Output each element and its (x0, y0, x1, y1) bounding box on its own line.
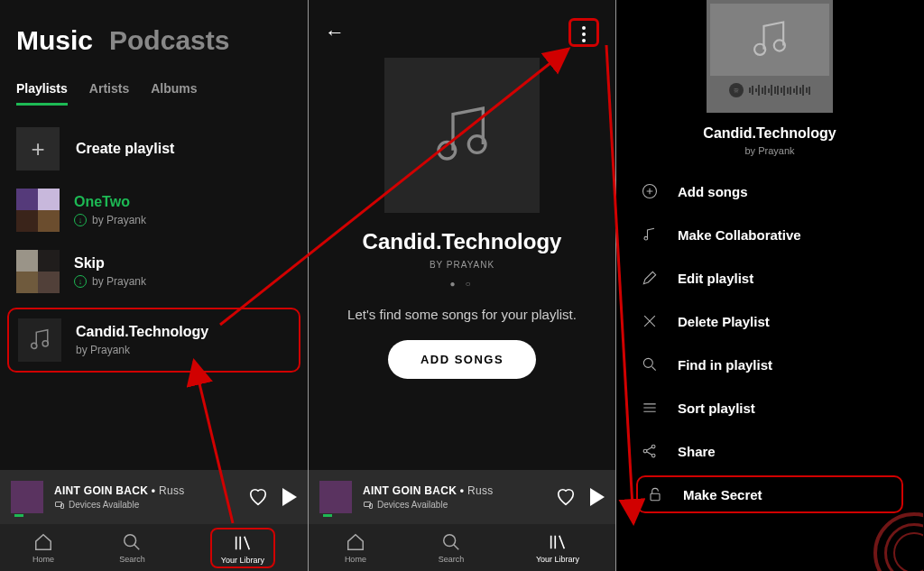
menu-sort-playlist[interactable]: Sort playlist (636, 389, 903, 427)
panel-library: Music Podcasts Playlists Artists Albums … (0, 0, 308, 571)
lock-icon (645, 484, 665, 504)
nav-search[interactable]: Search (439, 532, 465, 564)
playlist-row-candid[interactable]: Candid.Technology by Prayank (7, 308, 300, 373)
panel-playlist-detail: ← Candid.Technology BY PRAYANK ● ○ Let's… (308, 0, 615, 571)
library-icon (548, 532, 568, 552)
playlist-title: OneTwo (74, 194, 146, 210)
watermark-logo (873, 512, 923, 571)
nav-search[interactable]: Search (119, 532, 145, 564)
heart-icon[interactable] (556, 487, 576, 507)
nav-home[interactable]: Home (32, 532, 54, 564)
playlist-share-card (707, 0, 833, 113)
devices-icon (363, 500, 374, 511)
empty-playlist-message: Let's find some songs for your playlist. (345, 307, 579, 322)
now-playing-art (319, 481, 352, 513)
create-playlist-label: Create playlist (76, 141, 174, 157)
playlist-art (18, 318, 61, 362)
svg-point-18 (651, 454, 655, 457)
add-songs-button[interactable]: ADD SONGS (388, 340, 536, 379)
svg-point-15 (643, 358, 652, 367)
page-indicator: ● ○ (309, 279, 615, 289)
menu-find-in-playlist[interactable]: Find in playlist (636, 345, 903, 383)
playlist-art (16, 189, 60, 232)
svg-point-17 (651, 445, 655, 448)
playlist-title: Skip (74, 255, 146, 272)
devices-icon (54, 500, 65, 511)
playlist-row-onetwo[interactable]: OneTwo ↓by Prayank (0, 180, 308, 241)
playlist-menu-author: by Prayank (616, 145, 923, 156)
back-icon[interactable]: ← (325, 21, 345, 44)
home-icon (346, 532, 365, 552)
nav-home[interactable]: Home (345, 532, 366, 564)
music-note-icon (26, 327, 53, 354)
library-header: Music Podcasts (0, 0, 308, 65)
svg-rect-19 (651, 493, 660, 501)
playlist-menu-title: Candid.Technology (616, 125, 923, 142)
panel-playlist-options: Candid.Technology by Prayank Add songs M… (615, 0, 923, 571)
playlist-subtitle: ↓by Prayank (74, 214, 146, 226)
library-icon (233, 533, 253, 553)
heart-icon[interactable] (248, 487, 268, 507)
sort-icon (640, 398, 660, 418)
play-icon[interactable] (282, 488, 297, 506)
subtab-artists[interactable]: Artists (89, 81, 129, 106)
search-icon (441, 532, 461, 552)
menu-share[interactable]: Share (636, 432, 903, 470)
downloaded-icon: ↓ (74, 275, 87, 288)
create-playlist-row[interactable]: + Create playlist (0, 118, 308, 180)
play-icon[interactable] (590, 488, 605, 506)
playlist-subtitle: by Prayank (76, 344, 208, 356)
menu-add-songs[interactable]: Add songs (636, 172, 903, 210)
playlist-detail-title: Candid.Technology (309, 229, 615, 254)
spotify-logo-icon (729, 83, 744, 97)
collaborative-icon (640, 225, 660, 244)
playlist-detail-author: BY PRAYANK (309, 260, 615, 270)
plus-circle-icon (640, 181, 660, 201)
search-icon (122, 532, 142, 552)
search-icon (640, 355, 660, 374)
devices-available[interactable]: Devices Available (363, 500, 545, 511)
now-playing-title: AINT GOIN BACK • Russ (54, 484, 237, 497)
nav-library[interactable]: Your Library (210, 528, 275, 568)
now-playing-bar[interactable]: AINT GOIN BACK • Russ Devices Available (0, 470, 308, 524)
svg-point-14 (644, 236, 648, 240)
playlist-art (16, 250, 60, 293)
svg-point-16 (643, 449, 647, 453)
bottom-nav: Home Search Your Library (309, 524, 615, 571)
x-icon (640, 311, 660, 331)
tab-podcasts[interactable]: Podcasts (109, 25, 229, 56)
devices-available[interactable]: Devices Available (54, 500, 237, 511)
playlist-title: Candid.Technology (76, 324, 208, 340)
music-note-icon (426, 99, 498, 171)
music-note-icon (746, 16, 793, 63)
svg-point-4 (125, 534, 136, 546)
playlist-subtitle: ↓by Prayank (74, 275, 146, 288)
nav-library[interactable]: Your Library (536, 532, 579, 564)
tab-music[interactable]: Music (16, 25, 93, 56)
subtab-albums[interactable]: Albums (151, 81, 197, 106)
downloaded-icon: ↓ (74, 214, 87, 226)
share-icon (640, 441, 660, 461)
home-icon (33, 532, 53, 552)
playlist-cover (384, 58, 540, 213)
annotation-highlight-more (568, 18, 599, 47)
spotify-code (729, 83, 811, 97)
menu-delete-playlist[interactable]: Delete Playlist (636, 302, 903, 340)
svg-point-9 (444, 534, 456, 546)
plus-icon: + (16, 127, 60, 170)
now-playing-art (11, 481, 43, 513)
bottom-nav: Home Search Your Library (0, 524, 308, 571)
menu-make-collaborative[interactable]: Make Collaborative (636, 216, 903, 253)
now-playing-bar[interactable]: AINT GOIN BACK • Russ Devices Available (309, 470, 615, 524)
playlist-row-skip[interactable]: Skip ↓by Prayank (0, 241, 308, 302)
pencil-icon (640, 268, 660, 288)
now-playing-title: AINT GOIN BACK • Russ (363, 484, 545, 497)
menu-make-secret[interactable]: Make Secret (636, 475, 903, 513)
subtab-playlists[interactable]: Playlists (16, 81, 68, 106)
more-options-icon[interactable] (578, 24, 589, 44)
menu-edit-playlist[interactable]: Edit playlist (636, 259, 903, 297)
